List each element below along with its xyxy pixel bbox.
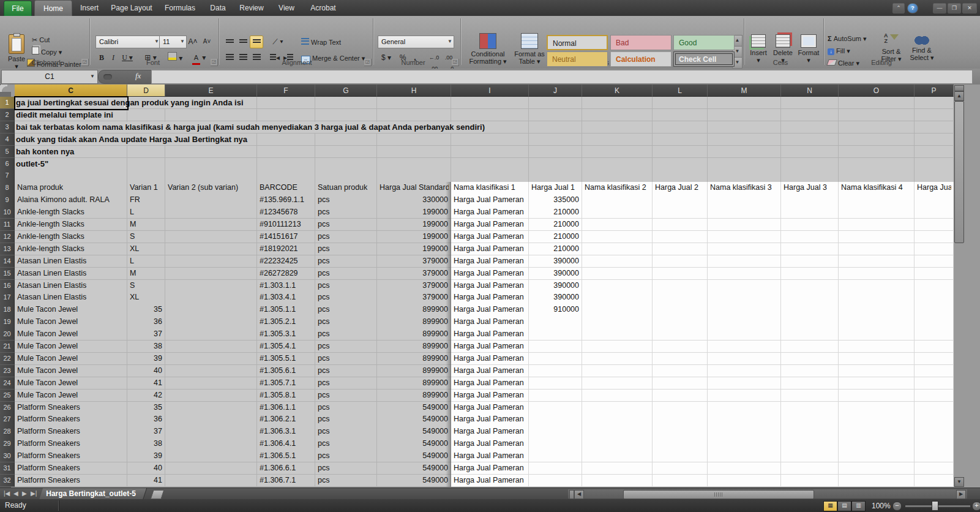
row-header-9[interactable]: 9 — [0, 194, 15, 206]
cell-E5[interactable] — [165, 146, 257, 158]
next-sheet-icon[interactable]: ▶ — [22, 490, 27, 497]
cell-J25[interactable] — [529, 390, 582, 402]
cell-I4[interactable] — [451, 134, 529, 146]
cell-E24[interactable] — [165, 377, 257, 390]
cell-N22[interactable] — [781, 353, 839, 365]
row-header-15[interactable]: 15 — [0, 268, 15, 280]
formula-input[interactable] — [151, 70, 973, 84]
restore-icon[interactable]: ❐ — [948, 3, 961, 13]
cell-G5[interactable] — [315, 146, 377, 158]
zoom-in-icon[interactable]: + — [972, 502, 980, 511]
cell-L19[interactable] — [653, 316, 708, 328]
cell-O31[interactable] — [839, 462, 915, 475]
cell-L29[interactable] — [653, 438, 708, 450]
zoom-level[interactable]: 100% — [872, 502, 891, 510]
column-header-M[interactable]: M — [708, 85, 781, 97]
cell-F7[interactable] — [257, 170, 315, 182]
cell-M28[interactable] — [708, 426, 781, 438]
cell-M18[interactable] — [708, 304, 781, 316]
cell-K14[interactable] — [582, 255, 653, 268]
cell-I2[interactable] — [451, 109, 529, 121]
cell-P18[interactable] — [915, 304, 954, 316]
cell-E28[interactable] — [165, 426, 257, 438]
cell-E12[interactable] — [165, 231, 257, 243]
cell-L9[interactable] — [653, 194, 708, 206]
cell-O1[interactable] — [839, 97, 915, 109]
cell-K21[interactable] — [582, 341, 653, 353]
cell-P5[interactable] — [915, 146, 954, 158]
cell-E17[interactable] — [165, 292, 257, 304]
column-header-G[interactable]: G — [315, 85, 377, 97]
row-header-3[interactable]: 3 — [0, 121, 15, 134]
hscroll-thumb[interactable] — [623, 490, 814, 499]
cell-E14[interactable] — [165, 255, 257, 268]
cell-N4[interactable] — [781, 134, 839, 146]
cell-E10[interactable] — [165, 206, 257, 219]
row-header-25[interactable]: 25 — [0, 390, 15, 402]
cell-G7[interactable] — [315, 170, 377, 182]
cell-M9[interactable] — [708, 194, 781, 206]
cell-P27[interactable] — [915, 413, 954, 426]
hscroll-left-icon[interactable]: ◀ — [574, 490, 584, 499]
cell-M20[interactable] — [708, 328, 781, 341]
number-dialog-launcher[interactable]: ◲ — [452, 59, 459, 66]
font-color-button[interactable]: A ▾ — [189, 51, 209, 64]
cell-L3[interactable] — [653, 121, 708, 134]
cell-O14[interactable] — [839, 255, 915, 268]
align-center-button[interactable] — [236, 51, 250, 64]
vscroll-up-icon[interactable]: ▲ — [954, 91, 964, 101]
row-header-32[interactable]: 32 — [0, 475, 15, 487]
page-layout-view-icon[interactable]: ▤ — [837, 501, 851, 511]
row-header-8[interactable]: 8 — [0, 182, 15, 194]
style-chip-check-cell[interactable]: Check Cell — [673, 51, 735, 67]
cell-M2[interactable] — [708, 109, 781, 121]
cell-P21[interactable] — [915, 341, 954, 353]
row-header-29[interactable]: 29 — [0, 438, 15, 450]
cell-O24[interactable] — [839, 377, 915, 390]
font-family-combo[interactable]: Calibri▼ — [95, 36, 161, 48]
cell-O9[interactable] — [839, 194, 915, 206]
column-header-I[interactable]: I — [451, 85, 529, 97]
hscroll-split-handle[interactable] — [569, 490, 574, 499]
cell-N14[interactable] — [781, 255, 839, 268]
cell-P20[interactable] — [915, 328, 954, 341]
cell-N19[interactable] — [781, 316, 839, 328]
cell-L24[interactable] — [653, 377, 708, 390]
cell-M31[interactable] — [708, 462, 781, 475]
tab-formulas[interactable]: Formulas — [159, 0, 201, 16]
cell-K18[interactable] — [582, 304, 653, 316]
cell-J24[interactable] — [529, 377, 582, 390]
cell-N30[interactable] — [781, 450, 839, 462]
cell-L31[interactable] — [653, 462, 708, 475]
cell-O7[interactable] — [839, 170, 915, 182]
cell-L18[interactable] — [653, 304, 708, 316]
cell-D2[interactable] — [127, 109, 165, 121]
font-dialog-launcher[interactable]: ◲ — [211, 59, 218, 66]
cell-O21[interactable] — [839, 341, 915, 353]
cell-J7[interactable] — [529, 170, 582, 182]
column-header-K[interactable]: K — [582, 85, 653, 97]
cell-E13[interactable] — [165, 243, 257, 255]
cell-P12[interactable] — [915, 231, 954, 243]
cell-M16[interactable] — [708, 280, 781, 292]
cell-C7[interactable] — [15, 170, 127, 182]
cell-P28[interactable] — [915, 426, 954, 438]
cell-N23[interactable] — [781, 365, 839, 377]
cell-M21[interactable] — [708, 341, 781, 353]
cell-H2[interactable] — [377, 109, 451, 121]
cell-E7[interactable] — [165, 170, 257, 182]
cell-P25[interactable] — [915, 390, 954, 402]
cell-M19[interactable] — [708, 316, 781, 328]
row-header-14[interactable]: 14 — [0, 255, 15, 268]
style-chip-calculation[interactable]: Calculation — [610, 51, 671, 67]
cut-button[interactable]: ✂ Cut — [32, 34, 50, 45]
cell-I5[interactable] — [451, 146, 529, 158]
cell-J4[interactable] — [529, 134, 582, 146]
cell-M3[interactable] — [708, 121, 781, 134]
autosum-button[interactable]: Σ AutoSum ▾ — [828, 33, 867, 44]
cell-J28[interactable] — [529, 426, 582, 438]
cell-J30[interactable] — [529, 450, 582, 462]
cell-D6[interactable] — [127, 158, 165, 170]
cell-N24[interactable] — [781, 377, 839, 390]
cell-L14[interactable] — [653, 255, 708, 268]
